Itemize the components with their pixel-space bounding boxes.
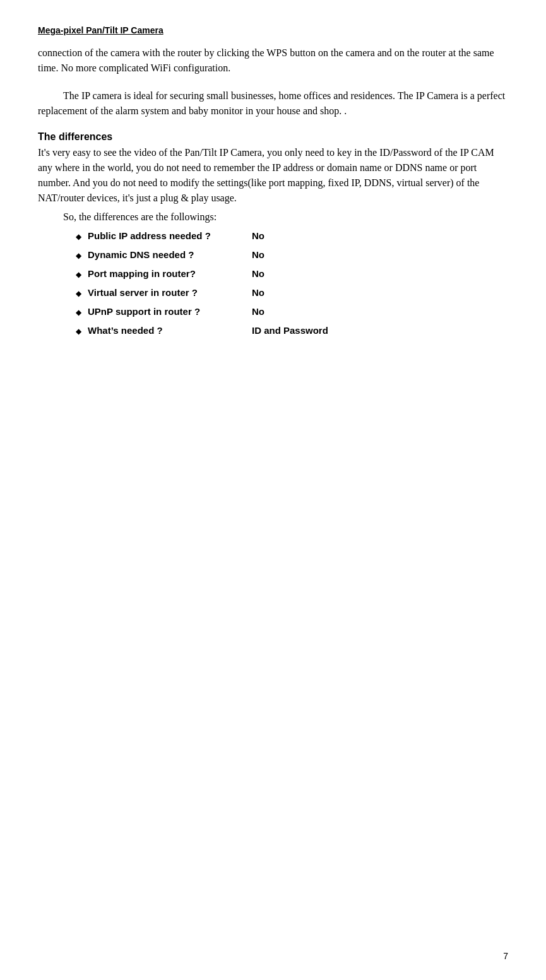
- bullet-label: Public IP address needed ?: [88, 228, 252, 244]
- differences-list: ◆Public IP address needed ?No◆Dynamic DN…: [76, 228, 508, 338]
- bullet-diamond-icon: ◆: [76, 269, 81, 281]
- bullet-value: ID and Password: [252, 323, 328, 338]
- intro-paragraph: connection of the camera with the router…: [38, 45, 508, 76]
- indented-paragraph: The IP camera is ideal for securing smal…: [38, 88, 508, 119]
- bullet-label: Virtual server in router ?: [88, 285, 252, 300]
- bullet-label: Dynamic DNS needed ?: [88, 247, 252, 263]
- bullet-label: Port mapping in router?: [88, 266, 252, 281]
- page-title: Mega-pixel Pan/Tilt IP Camera: [38, 25, 508, 35]
- bullet-label: UPnP support in router ?: [88, 304, 252, 319]
- list-item: ◆Dynamic DNS needed ?No: [76, 247, 508, 263]
- list-item: ◆Virtual server in router ?No: [76, 285, 508, 300]
- bullet-diamond-icon: ◆: [76, 326, 81, 338]
- bullet-label: What’s needed ?: [88, 323, 252, 338]
- bullet-diamond-icon: ◆: [76, 231, 81, 243]
- bullet-diamond-icon: ◆: [76, 307, 81, 319]
- bullet-diamond-icon: ◆: [76, 250, 81, 262]
- list-item: ◆Port mapping in router?No: [76, 266, 508, 281]
- list-item: ◆What’s needed ?ID and Password: [76, 323, 508, 338]
- differences-body: It's very easy to see the video of the P…: [38, 145, 508, 206]
- page-number: 7: [503, 951, 508, 961]
- bullet-value: No: [252, 266, 264, 281]
- list-item: ◆UPnP support in router ?No: [76, 304, 508, 319]
- bullet-value: No: [252, 304, 264, 319]
- bullet-diamond-icon: ◆: [76, 288, 81, 300]
- bullet-value: No: [252, 285, 264, 300]
- section-heading: The differences: [38, 131, 508, 143]
- followings-line: So, the differences are the followings:: [63, 210, 508, 225]
- bullet-value: No: [252, 247, 264, 263]
- bullet-value: No: [252, 228, 264, 244]
- list-item: ◆Public IP address needed ?No: [76, 228, 508, 244]
